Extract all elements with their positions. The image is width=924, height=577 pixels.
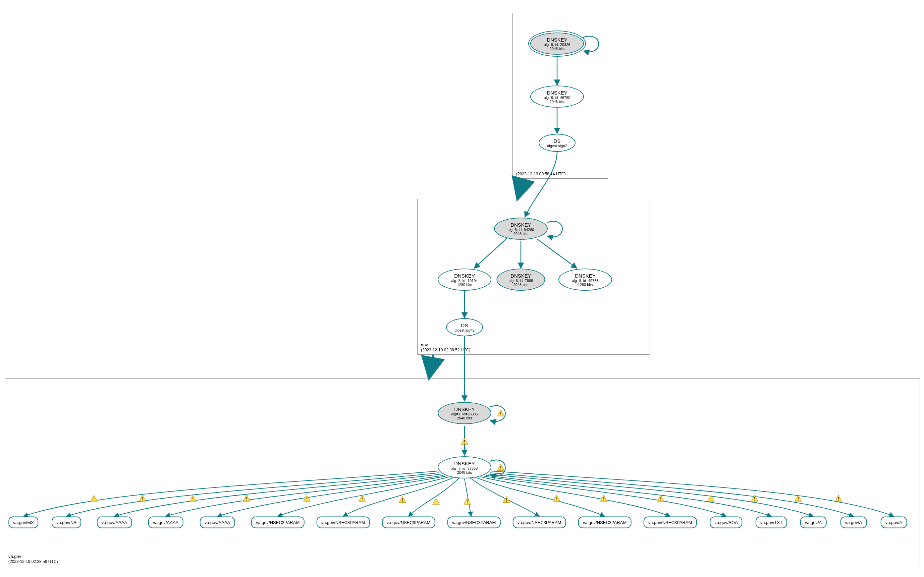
rr-box[interactable]: va.gov/AAAA xyxy=(148,517,184,529)
node-gov-zsk-left[interactable]: DNSKEY alg=8, id=10104 1280 bits xyxy=(438,269,491,291)
node-sub1: alg=8, id=64280 xyxy=(508,228,534,232)
rr-box[interactable]: va.gov/NS xyxy=(52,517,81,529)
zone-root-timestamp: (2023-12-19 00:58:14 UTC) xyxy=(516,172,566,176)
svg-rect-8 xyxy=(142,497,143,499)
node-sub2: 2048 bits xyxy=(457,416,472,420)
svg-rect-12 xyxy=(246,497,247,499)
svg-rect-1 xyxy=(500,415,501,416)
zone-root-label: . (2023-12-19 00:58:14 UTC) xyxy=(516,166,566,176)
svg-rect-5 xyxy=(500,469,501,470)
svg-rect-9 xyxy=(142,500,143,501)
warning-icon xyxy=(751,495,758,501)
svg-rect-13 xyxy=(246,500,247,501)
warning-icon xyxy=(139,495,146,501)
svg-rect-10 xyxy=(192,497,193,499)
rr-box[interactable]: va.gov/TXT xyxy=(756,517,787,529)
warning-icon xyxy=(497,410,505,416)
rr-box[interactable]: va.gov/A xyxy=(800,517,827,529)
node-sub2: 2048 bits xyxy=(457,471,472,474)
svg-rect-36 xyxy=(798,497,798,499)
svg-rect-26 xyxy=(556,497,557,499)
svg-rect-37 xyxy=(798,500,798,501)
svg-rect-11 xyxy=(192,500,193,501)
node-sub1: alg=8, id=46780 xyxy=(544,95,571,100)
svg-rect-25 xyxy=(506,501,507,502)
zone-gov-label: gov (2023-12-19 02:38:52 UTC) xyxy=(421,342,470,352)
node-sub1: alg=8, id=7698 xyxy=(509,279,533,283)
svg-rect-7 xyxy=(94,500,94,501)
svg-rect-38 xyxy=(838,497,839,499)
svg-rect-6 xyxy=(94,497,94,499)
warning-icon xyxy=(189,495,197,501)
warning-icon xyxy=(358,495,366,501)
rr-box[interactable]: va.gov/NSEC3PARAM xyxy=(382,517,435,529)
svg-rect-4 xyxy=(500,466,501,468)
node-title: DS xyxy=(461,322,468,328)
node-sub1: alg=8, id=20326 xyxy=(544,43,571,47)
node-va-ksk[interactable]: DNSKEY alg=7, id=36085 2048 bits xyxy=(438,402,491,424)
rr-box[interactable]: va.gov/A xyxy=(881,517,907,529)
svg-rect-30 xyxy=(660,497,661,499)
node-gov-ds[interactable]: DS digest alg=2 xyxy=(446,318,483,336)
svg-rect-31 xyxy=(660,500,661,501)
rr-box[interactable]: va.gov/MX xyxy=(8,517,38,529)
svg-rect-35 xyxy=(754,500,755,501)
svg-rect-14 xyxy=(306,497,307,499)
svg-rect-18 xyxy=(402,498,403,500)
zone-gov-name: gov xyxy=(421,342,470,348)
svg-rect-28 xyxy=(603,497,604,499)
node-sub2: 1280 bits xyxy=(578,283,593,287)
svg-rect-20 xyxy=(436,500,436,502)
svg-rect-15 xyxy=(306,500,307,501)
node-va-zsk[interactable]: DNSKEY alg=7, id=37358 2048 bits xyxy=(438,456,491,479)
svg-rect-23 xyxy=(467,503,468,504)
svg-rect-39 xyxy=(838,500,839,501)
node-sub2: 1280 bits xyxy=(457,283,472,287)
node-title: DNSKEY xyxy=(510,273,531,279)
node-sub2: 2048 bits xyxy=(550,47,565,51)
warning-icon xyxy=(657,495,664,501)
node-title: DNSKEY xyxy=(454,273,475,279)
dnssec-graph: . (2023-12-19 00:58:14 UTC) gov (2023-12… xyxy=(0,0,924,577)
svg-rect-29 xyxy=(603,500,604,501)
rr-box[interactable]: va.gov/NSEC3PARAM xyxy=(578,517,632,529)
edge-zone-root-to-gov xyxy=(518,179,523,198)
node-title: DNSKEY xyxy=(454,406,475,412)
node-gov-ksk[interactable]: DNSKEY alg=8, id=64280 2048 bits xyxy=(494,218,548,240)
node-sub1: digest alg=2 xyxy=(455,328,474,332)
node-root-ds[interactable]: DS digest alg=2 xyxy=(539,134,576,152)
warning-icon xyxy=(399,496,406,503)
warning-icon xyxy=(795,495,802,501)
rr-box[interactable]: va.gov/NSEC3PARAM xyxy=(447,517,501,529)
svg-rect-16 xyxy=(362,497,363,499)
warning-icon xyxy=(503,496,510,503)
warning-icon xyxy=(243,495,250,501)
zone-root-name: . xyxy=(516,166,566,172)
rr-box[interactable]: va.gov/NSEC3PARAM xyxy=(317,517,370,529)
warning-icon xyxy=(461,438,468,445)
node-title: DNSKEY xyxy=(547,90,568,95)
node-root-ksk[interactable]: DNSKEY alg=8, id=20326 2048 bits xyxy=(530,32,584,55)
svg-rect-2 xyxy=(464,440,465,442)
warning-icon xyxy=(707,495,715,501)
svg-rect-3 xyxy=(464,443,465,443)
warning-icon xyxy=(835,495,842,501)
node-sub1: alg=7, id=37358 xyxy=(452,466,478,471)
rr-box[interactable]: va.gov/SOA xyxy=(710,517,742,529)
node-sub2: 2048 bits xyxy=(550,100,565,103)
rr-box[interactable]: va.gov/NSEC3PARAM xyxy=(251,517,305,529)
node-gov-zsk-right[interactable]: DNSKEY alg=8, id=49735 1280 bits xyxy=(558,269,612,291)
node-title: DNSKEY xyxy=(454,461,475,466)
node-gov-dnskey-mid[interactable]: DNSKEY alg=8, id=7698 2048 bits xyxy=(497,269,545,291)
zone-vagov-label: va.gov (2023-12-19 02:38:56 UTC) xyxy=(8,554,58,564)
svg-rect-34 xyxy=(754,497,755,499)
rr-box[interactable]: va.gov/NSEC3PARAM xyxy=(643,517,697,529)
rr-box[interactable]: va.gov/A xyxy=(840,517,867,529)
rr-box[interactable]: va.gov/AAAA xyxy=(200,517,235,529)
rr-box[interactable]: va.gov/NSEC3PARAM xyxy=(513,517,566,529)
node-title: DNSKEY xyxy=(547,37,568,43)
node-root-zsk[interactable]: DNSKEY alg=8, id=46780 2048 bits xyxy=(530,85,584,108)
zone-gov-timestamp: (2023-12-19 02:38:52 UTC) xyxy=(421,348,470,352)
warning-icon xyxy=(463,498,471,504)
rr-box[interactable]: va.gov/AAAA xyxy=(97,517,132,529)
